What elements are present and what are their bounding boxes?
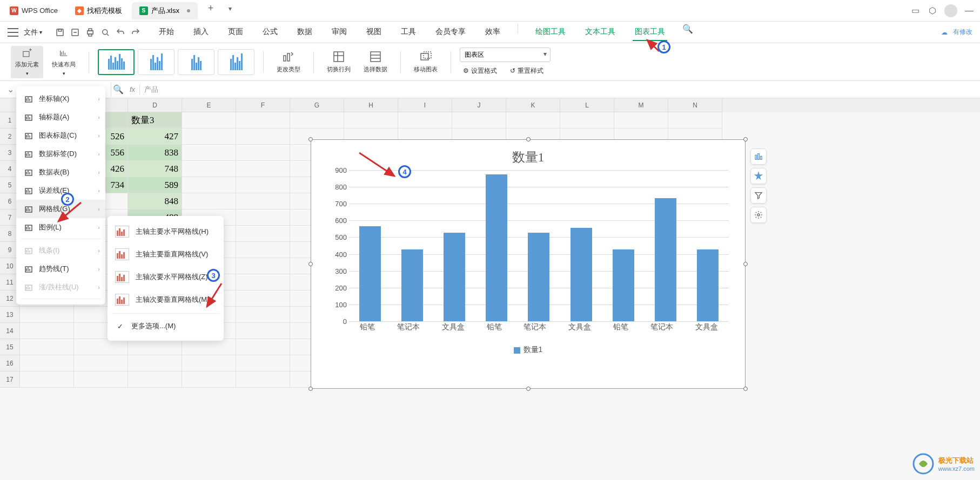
menu-item-axis-title[interactable]: 轴标题(A)› (16, 108, 105, 126)
tab-formula[interactable]: 公式 (260, 24, 280, 41)
col-header[interactable]: K (506, 98, 560, 112)
bar[interactable] (697, 249, 719, 321)
cell[interactable] (236, 242, 290, 258)
tab-text-tools[interactable]: 文本工具 (583, 24, 617, 41)
cell[interactable]: 848 (128, 193, 182, 209)
cell[interactable] (398, 112, 452, 129)
quick-layout-button[interactable]: 快速布局▾ (48, 46, 80, 78)
cell[interactable] (182, 177, 236, 193)
chart-style-1[interactable] (98, 49, 135, 75)
fx-icon[interactable]: fx (125, 83, 139, 97)
chart-style-button[interactable] (750, 168, 767, 184)
chart-style-2[interactable] (138, 49, 174, 75)
col-header[interactable]: I (398, 98, 452, 112)
resize-handle[interactable] (743, 262, 748, 266)
menu-item-data-table[interactable]: 数据表(B)› (16, 163, 105, 181)
row-header[interactable]: 16 (0, 355, 20, 371)
cell[interactable] (506, 112, 560, 129)
menu-item-data-label[interactable]: 数据标签(D)› (16, 145, 105, 163)
chart-elements-button[interactable] (750, 148, 767, 165)
change-type-button[interactable]: 更改类型 (272, 46, 305, 78)
redo-icon[interactable] (131, 28, 140, 37)
chart-legend[interactable]: 数量1 (311, 337, 745, 362)
menu-item-trendline[interactable]: 趋势线(T)› (16, 260, 105, 278)
switch-rowcol-button[interactable]: 切换行列 (323, 46, 355, 78)
cell[interactable]: 589 (128, 177, 182, 193)
reader-icon[interactable]: ▭ (910, 5, 921, 16)
chart-plot-area[interactable]: 0100200300400500600700800900 铅笔笔记本文具盒铅笔笔… (327, 170, 729, 337)
tab-home[interactable]: 开始 (157, 24, 176, 41)
cell[interactable] (182, 355, 236, 371)
tab-efficiency[interactable]: 效率 (483, 24, 502, 41)
bar[interactable] (528, 233, 549, 321)
cell[interactable] (236, 209, 290, 226)
cell[interactable] (236, 145, 290, 161)
chart-style-3[interactable] (178, 49, 214, 75)
cell[interactable] (236, 290, 290, 307)
cell[interactable] (74, 339, 128, 355)
cell[interactable] (236, 193, 290, 209)
col-header[interactable]: D (128, 98, 182, 112)
cell[interactable] (236, 355, 290, 371)
tab-page[interactable]: 页面 (226, 24, 245, 41)
cell[interactable] (182, 161, 236, 177)
tab-draw-tools[interactable]: 绘图工具 (533, 24, 568, 41)
cell[interactable] (290, 112, 344, 129)
cell[interactable] (74, 371, 128, 388)
resize-handle[interactable] (308, 262, 313, 266)
save-icon[interactable] (55, 28, 65, 37)
cell[interactable] (344, 112, 398, 129)
cell[interactable] (20, 323, 74, 339)
save-as-icon[interactable] (70, 28, 80, 37)
cube-icon[interactable]: ⬡ (927, 5, 938, 16)
preview-icon[interactable] (100, 28, 110, 37)
add-element-button[interactable]: 添加元素▾ (11, 46, 43, 78)
cloud-icon[interactable]: ☁ (941, 29, 948, 36)
cell[interactable] (20, 371, 74, 388)
resize-handle[interactable] (743, 387, 748, 391)
cell[interactable]: 748 (128, 161, 182, 177)
tab-product-xlsx[interactable]: S 产品.xlsx (132, 2, 198, 19)
bar[interactable] (401, 249, 423, 321)
cell[interactable] (182, 193, 236, 209)
cell[interactable] (128, 339, 182, 355)
cell[interactable] (182, 112, 236, 129)
cell[interactable] (20, 355, 74, 371)
add-tab-button[interactable]: + (204, 2, 217, 15)
tab-tools[interactable]: 工具 (399, 24, 418, 41)
cell[interactable] (236, 274, 290, 290)
cell[interactable] (236, 226, 290, 242)
tab-member[interactable]: 会员专享 (433, 24, 468, 41)
bar[interactable] (359, 226, 381, 321)
tab-view[interactable]: 视图 (364, 24, 384, 41)
cell[interactable] (452, 112, 506, 129)
cell[interactable] (236, 129, 290, 145)
formula-input[interactable]: 产品 (140, 85, 980, 94)
row-header[interactable]: 14 (0, 323, 20, 339)
resize-handle[interactable] (308, 137, 313, 141)
cell[interactable]: 838 (128, 145, 182, 161)
col-header[interactable]: J (452, 98, 506, 112)
col-header[interactable]: G (290, 98, 344, 112)
gridline-option-1[interactable]: 主轴主要垂直网格线(V) (108, 243, 224, 266)
cell[interactable] (182, 339, 236, 355)
menu-item-chart-title[interactable]: 图表标题(C)› (16, 126, 105, 145)
tab-review[interactable]: 审阅 (330, 24, 349, 41)
tab-data[interactable]: 数据 (295, 24, 314, 41)
col-header[interactable]: M (614, 98, 668, 112)
search-icon[interactable]: 🔍 (682, 24, 693, 35)
chart-filter-button[interactable] (750, 187, 767, 204)
row-header[interactable]: 13 (0, 307, 20, 323)
file-menu[interactable]: 文件▾ (21, 25, 45, 39)
bar[interactable] (613, 249, 634, 321)
chart-settings-button[interactable] (750, 207, 767, 223)
cell[interactable] (128, 371, 182, 388)
menu-item-axis[interactable]: 坐标轴(X)› (16, 90, 105, 108)
cell[interactable] (236, 161, 290, 177)
search-cell-icon[interactable]: 🔍 (111, 83, 125, 97)
resize-handle[interactable] (743, 137, 748, 141)
cell[interactable] (236, 258, 290, 274)
cell[interactable]: 数量3 (128, 112, 182, 129)
col-header[interactable]: E (182, 98, 236, 112)
cell[interactable] (614, 112, 668, 129)
